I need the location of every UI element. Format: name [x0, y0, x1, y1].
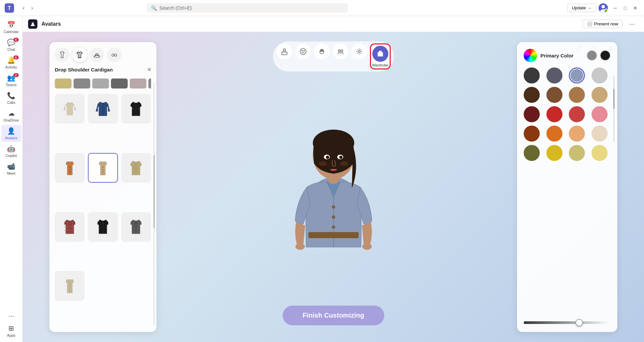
wardrobe-scrollbar[interactable] [153, 82, 155, 325]
swatch-peach[interactable] [569, 126, 585, 142]
close-button[interactable]: ✕ [631, 3, 640, 13]
sidebar-item-teams[interactable]: 2 👥 Teams [1, 72, 21, 89]
swatch-red[interactable] [546, 106, 562, 122]
svg-point-14 [338, 50, 340, 52]
swatch-medium-brown[interactable] [546, 87, 562, 103]
toolbar-accessories-wrapper [351, 43, 367, 69]
chat-badge: 6 [13, 38, 19, 42]
tab-hat[interactable] [90, 47, 104, 62]
wardrobe-tabs [55, 47, 151, 62]
swatch-dark-red[interactable] [524, 106, 540, 122]
finish-customizing-button[interactable]: Finish Customizing [282, 306, 384, 325]
clothes-item-beige-jacket[interactable] [55, 271, 85, 301]
clothes-scroll-row[interactable] [55, 77, 151, 90]
sidebar-item-calls[interactable]: 📞 Calls [1, 90, 21, 107]
svg-point-53 [319, 161, 327, 166]
avatars-icon: 👤 [7, 127, 15, 135]
wardrobe-title: Drop Shoulder Cardigan [55, 67, 113, 72]
swatch-medium-red[interactable] [569, 106, 585, 122]
sidebar-item-activity[interactable]: 6 🔔 Activity [1, 54, 21, 71]
wardrobe-panel: Drop Shoulder Cardigan ≡ [49, 42, 156, 332]
sidebar: 📅 Calendar 6 💬 Chat 6 🔔 Activity 2 👥 Tea… [0, 16, 23, 342]
swatch-pink[interactable] [592, 106, 608, 122]
titlebar-right: Update ··· ─ □ ✕ [567, 3, 640, 13]
update-label: Update [572, 5, 586, 10]
toolbar-accessories-button[interactable] [351, 43, 367, 59]
maximize-button[interactable]: □ [621, 3, 630, 13]
swatch-dark-brown[interactable] [524, 87, 540, 103]
swatch-olive[interactable] [524, 145, 540, 161]
tab-glasses[interactable] [107, 47, 122, 62]
swatch-light-olive[interactable] [569, 145, 585, 161]
clothes-item-cardigan-tan[interactable] [88, 153, 118, 183]
activity-badge: 6 [13, 55, 19, 59]
sidebar-item-avatars[interactable]: 👤 Avatars [1, 125, 21, 142]
minimize-button[interactable]: ─ [611, 3, 620, 13]
toolbar-pose-button[interactable] [276, 43, 292, 59]
header-more-button[interactable]: ··· [625, 17, 639, 31]
tab-shirt[interactable] [55, 47, 70, 62]
swatch-orange[interactable] [546, 126, 562, 142]
clothes-item-jacket-blue[interactable] [88, 94, 118, 124]
preview-swatch-black[interactable] [600, 50, 611, 61]
color-grid [524, 67, 611, 161]
sidebar-label-avatars: Avatars [5, 136, 17, 140]
toolbar-body-button[interactable] [333, 43, 349, 59]
brightness-slider[interactable] [524, 321, 611, 324]
clothes-item-hoodie-cream[interactable] [55, 94, 85, 124]
sidebar-item-meet[interactable]: 📹 Meet [1, 160, 21, 177]
svg-point-40 [332, 205, 335, 209]
preview-swatch-gray[interactable] [587, 50, 597, 61]
clothes-grid [55, 94, 151, 327]
clothes-item-military-jacket[interactable] [121, 94, 151, 124]
sidebar-label-activity: Activity [5, 65, 17, 69]
user-avatar[interactable] [599, 3, 608, 13]
svg-point-51 [327, 156, 329, 158]
sidebar-item-calendar[interactable]: 📅 Calendar [1, 19, 21, 36]
svg-rect-27 [138, 108, 140, 110]
svg-text:T: T [8, 5, 11, 11]
toolbar-wardrobe-button[interactable] [372, 46, 388, 62]
swatch-cream[interactable] [592, 126, 608, 142]
toolbar-wardrobe-label: Wardrobe [372, 63, 388, 67]
toolbar-hair-button[interactable] [314, 43, 330, 59]
update-button[interactable]: Update ··· [567, 4, 596, 12]
filter-button[interactable]: ≡ [147, 66, 151, 73]
clothes-item-cardigan-orange[interactable] [55, 153, 85, 183]
clothes-item-blazer-gray[interactable] [121, 212, 151, 242]
present-icon: ⬜ [587, 21, 592, 26]
thumb-3[interactable] [92, 78, 109, 89]
swatch-light-yellow[interactable] [592, 145, 608, 161]
clothes-item-jacket-khaki[interactable] [121, 153, 151, 183]
toolbar-hair-wrapper [314, 43, 330, 69]
more-icon: ··· [8, 312, 14, 320]
toolbar-face-button[interactable] [295, 43, 311, 59]
swatch-medium-gray[interactable] [546, 67, 562, 83]
clothes-item-blazer-black[interactable] [88, 212, 118, 242]
toolbar-body-wrapper [333, 43, 349, 69]
color-section-title: Primary Color [540, 53, 573, 58]
swatch-orange-brown[interactable] [524, 126, 540, 142]
tab-jacket[interactable] [72, 47, 87, 62]
sidebar-item-apps[interactable]: ⊞ Apps [1, 322, 21, 339]
swatch-yellow[interactable] [546, 145, 562, 161]
swatch-light-tan[interactable] [592, 87, 608, 103]
swatch-light-blue-gray[interactable] [569, 67, 585, 83]
swatch-light-gray[interactable] [592, 67, 608, 83]
forward-button[interactable]: › [28, 4, 35, 12]
sidebar-item-chat[interactable]: 6 💬 Chat [1, 36, 21, 53]
swatch-tan-brown[interactable] [569, 87, 585, 103]
thumb-4[interactable] [111, 78, 128, 89]
sidebar-item-onedrive[interactable]: ☁ OneDrive [1, 107, 21, 124]
swatch-dark-gray[interactable] [524, 67, 540, 83]
thumb-2[interactable] [74, 78, 90, 89]
back-button[interactable]: ‹ [20, 4, 27, 12]
clothes-item-plaid-jacket[interactable] [55, 212, 85, 242]
search-bar[interactable]: 🔍 Search (Ctrl+E) [147, 3, 348, 13]
sidebar-item-copilot[interactable]: 🤖 Copilot [1, 143, 21, 160]
sidebar-item-more[interactable]: ··· [1, 310, 21, 322]
present-now-button[interactable]: ⬜ Present now [583, 20, 623, 28]
thumb-5[interactable] [130, 78, 146, 89]
thumb-1[interactable] [55, 78, 72, 89]
thumb-6[interactable] [148, 78, 151, 89]
